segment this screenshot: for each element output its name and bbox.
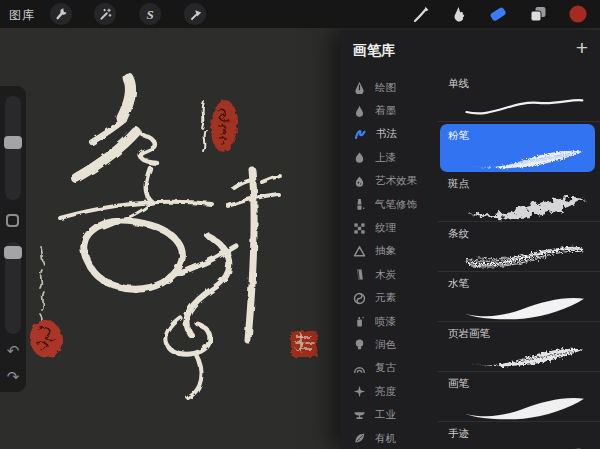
transform-arrow-icon [188, 7, 202, 21]
brush-row-blotchy[interactable]: 斑点 [438, 172, 600, 222]
brush-list: 单线 粉笔 斑点 [438, 72, 600, 449]
layers-button[interactable] [527, 3, 549, 25]
smudge-finger-icon [449, 4, 469, 24]
brush-row-brush-pen[interactable]: 画笔 [438, 372, 600, 422]
category-textures[interactable]: 纹理 [340, 216, 438, 239]
actions-button[interactable] [50, 3, 72, 25]
brush-opacity-slider-handle[interactable] [4, 246, 22, 259]
category-artistic[interactable]: 艺术效果 [340, 170, 438, 193]
spray-can-icon [353, 315, 366, 328]
gallery-button[interactable]: 图库 [9, 7, 35, 24]
artist-signature-column [40, 246, 44, 328]
brush-library-panel: 画笔库 + 绘图 着墨 书法 [340, 30, 600, 449]
leaf-icon [353, 432, 366, 445]
artistic-drop-icon [353, 175, 366, 188]
lightbulb-icon [353, 338, 366, 351]
category-painting[interactable]: 上漆 [340, 146, 438, 169]
brush-icon [411, 4, 431, 24]
top-toolbar: 图库 S [0, 0, 600, 28]
add-brush-button[interactable]: + [576, 36, 588, 60]
selections-button[interactable]: S [139, 3, 161, 25]
category-charcoal[interactable]: 木炭 [340, 263, 438, 286]
transform-button[interactable] [184, 3, 206, 25]
brush-stroke-preview [450, 442, 598, 449]
round-red-seal [28, 318, 65, 360]
category-drawing[interactable]: 绘图 [340, 76, 438, 99]
category-touchups[interactable]: 润色 [340, 333, 438, 356]
modify-button[interactable] [6, 214, 19, 227]
eraser-icon [487, 4, 509, 24]
layers-icon [528, 4, 548, 24]
category-elements[interactable]: 元素 [340, 287, 438, 310]
category-vintage[interactable]: 复古 [340, 357, 438, 380]
brush-stroke-preview [450, 392, 598, 422]
elements-sphere-icon [353, 292, 366, 305]
rainbow-arc-icon [353, 362, 366, 375]
undo-button[interactable]: ↶ [2, 341, 24, 361]
category-industrial[interactable]: 工业 [340, 403, 438, 426]
procreate-app: ↶ ↷ 图库 S [0, 0, 600, 449]
paint-drop-icon [353, 151, 366, 164]
category-luminance[interactable]: 亮度 [340, 380, 438, 403]
color-circle [568, 4, 588, 24]
calligraphy-stroke-icon [353, 127, 367, 141]
brush-stroke-preview [450, 342, 598, 372]
category-calligraphy[interactable]: 书法 [340, 123, 438, 146]
magic-wand-icon [98, 7, 112, 21]
pen-nib-icon [353, 81, 366, 94]
wrench-icon [54, 7, 68, 21]
category-abstract[interactable]: 抽象 [340, 240, 438, 263]
triangle-icon [353, 245, 366, 258]
selection-s-icon: S [146, 8, 153, 21]
brush-stroke-preview [450, 92, 598, 122]
brush-row-chalk[interactable]: 粉笔 [440, 124, 595, 172]
smudge-tool-button[interactable] [448, 3, 470, 25]
anvil-icon [353, 409, 366, 422]
brush-row-script[interactable]: 手迹 [438, 422, 600, 449]
adjustments-button[interactable] [94, 3, 116, 25]
square-red-seal [291, 331, 317, 357]
brush-stroke-preview [450, 292, 598, 322]
side-toolbar: ↶ ↷ [0, 86, 26, 392]
airbrush-icon [353, 198, 366, 211]
brush-size-slider[interactable] [5, 96, 21, 200]
brush-stroke-preview [450, 242, 598, 272]
category-spraypaints[interactable]: 喷漆 [340, 310, 438, 333]
texture-grid-icon [353, 222, 366, 235]
brush-size-slider-handle[interactable] [4, 136, 22, 149]
brush-stroke-preview [450, 192, 598, 222]
paint-tool-button[interactable] [410, 3, 432, 25]
ink-drop-icon [353, 105, 366, 118]
oval-red-seal [209, 99, 239, 153]
sparkle-icon [353, 385, 366, 398]
brush-row-shale-brush[interactable]: 页岩画笔 [438, 322, 600, 372]
panel-title: 画笔库 [353, 42, 395, 60]
charcoal-stick-icon [353, 268, 366, 281]
calligraphy-strokes [60, 78, 280, 398]
category-organic[interactable]: 有机 [340, 427, 438, 449]
color-button[interactable] [567, 3, 589, 25]
brush-stroke-preview [450, 144, 598, 174]
brush-category-list: 绘图 着墨 书法 上漆 [340, 76, 438, 449]
category-inking[interactable]: 着墨 [340, 99, 438, 122]
brush-row-water-pen[interactable]: 水笔 [438, 272, 600, 322]
brush-row-streaky[interactable]: 条纹 [438, 222, 600, 272]
erase-tool-button[interactable] [487, 3, 509, 25]
category-airbrushing[interactable]: 气笔修饰 [340, 193, 438, 216]
brush-row-monoline[interactable]: 单线 [438, 72, 600, 122]
redo-button[interactable]: ↷ [2, 367, 24, 387]
brush-opacity-slider[interactable] [5, 242, 21, 334]
